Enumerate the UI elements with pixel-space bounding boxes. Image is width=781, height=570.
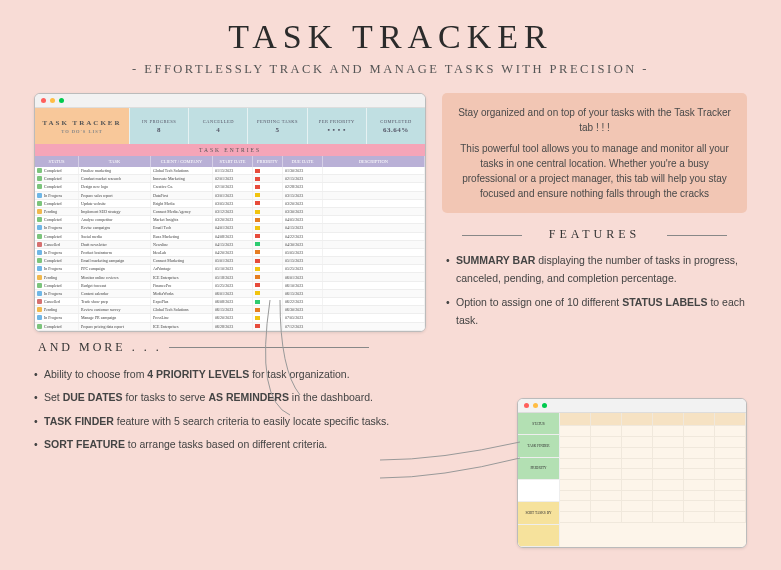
features-list: SUMMARY BAR displaying the number of tas… xyxy=(442,252,747,335)
more-item: TASK FINDER feature with 5 search criter… xyxy=(34,412,426,430)
table-row: CancelledTrade show prepExpoPlus06/08/20… xyxy=(35,298,425,306)
sheet-title-tile: TASK TRACKER TO DO'S LIST xyxy=(35,108,129,144)
table-row: In ProgressPrepare sales reportDataFirst… xyxy=(35,192,425,200)
table-row: In ProgressPPC campaignAdVantage05/10/20… xyxy=(35,265,425,273)
table-row: CompletedAnalyze competitorMarket Insigh… xyxy=(35,216,425,224)
table-row: CompletedConduct market researchInnovate… xyxy=(35,175,425,183)
stat-box: IN PROGRESS8 xyxy=(129,108,188,144)
maximize-icon xyxy=(542,403,547,408)
mini-spreadsheet-window: STATUSTASK FINDERPRIORITYSORT TASKS BY xyxy=(517,398,747,548)
window-titlebar xyxy=(35,94,425,108)
page-subtitle: - EFFORTLESSLY TRACK AND MANAGE TASKS WI… xyxy=(34,62,747,77)
close-icon xyxy=(524,403,529,408)
column-header: PRIORITY xyxy=(253,156,283,167)
column-header: START DATE xyxy=(213,156,253,167)
mini-side-cell xyxy=(518,480,559,502)
feature-item: Option to assign one of 10 different STA… xyxy=(446,294,747,330)
column-header: DESCRIPTION xyxy=(323,156,425,167)
table-row: CompletedBudget forecastFinancePro05/25/… xyxy=(35,282,425,290)
more-features-list: Ability to choose from 4 PRIORITY LEVELS… xyxy=(34,365,426,454)
table-row: CompletedFinalize marketingGlobal Tech S… xyxy=(35,167,425,175)
column-header: DUE DATE xyxy=(283,156,323,167)
minimize-icon xyxy=(533,403,538,408)
table-row: CompletedSocial mediaBuzz Marketing04/08… xyxy=(35,233,425,241)
table-row: PendingImplement SEO strategyConnect Med… xyxy=(35,208,425,216)
spreadsheet-window: TASK TRACKER TO DO'S LIST IN PROGRESS8CA… xyxy=(34,93,426,332)
mini-side-cell: STATUS xyxy=(518,413,559,435)
more-item: Ability to choose from 4 PRIORITY LEVELS… xyxy=(34,365,426,383)
table-row: CompletedEmail marketing campaignConnect… xyxy=(35,257,425,265)
column-header: STATUS xyxy=(35,156,79,167)
feature-item: SUMMARY BAR displaying the number of tas… xyxy=(446,252,747,288)
column-header: TASK xyxy=(79,156,151,167)
mini-side-cell xyxy=(518,525,559,547)
table-row: PendingMonitor online reviewsICE Enterpr… xyxy=(35,273,425,281)
intro-lead: Stay organized and on top of your tasks … xyxy=(458,105,731,135)
table-row: CompletedUpdate websiteBright Media03/05… xyxy=(35,200,425,208)
table-row: PendingReview customer surveyGlobal Tech… xyxy=(35,306,425,314)
table-row: CompletedPrepare pricing data reportICE … xyxy=(35,323,425,331)
maximize-icon xyxy=(59,98,64,103)
mini-side-cell: SORT TASKS BY xyxy=(518,502,559,524)
intro-body: This powerful tool allows you to manage … xyxy=(458,141,731,201)
and-more-heading: AND MORE . . . xyxy=(34,340,426,355)
table-row: In ProgressContent calendarMediaWorks06/… xyxy=(35,290,425,298)
page-title: TASK TRACKER xyxy=(34,18,747,56)
task-entries-heading: TASK ENTRIES xyxy=(35,144,425,156)
close-icon xyxy=(41,98,46,103)
table-row: CancelledDraft newsletterNewsline04/15/2… xyxy=(35,241,425,249)
more-item: Set DUE DATES for tasks to serve AS REMI… xyxy=(34,388,426,406)
intro-box: Stay organized and on top of your tasks … xyxy=(442,93,747,213)
features-heading: FEATURES xyxy=(442,227,747,242)
table-row: In ProgressProduct brainstormIdeaLab04/2… xyxy=(35,249,425,257)
mini-side-cell: TASK FINDER xyxy=(518,435,559,457)
stat-box: COMPLETED63.64% xyxy=(366,108,425,144)
table-row: In ProgressManage PR campaignPressLine06… xyxy=(35,314,425,322)
stat-box: CANCELLED4 xyxy=(188,108,247,144)
stat-box: PER PRIORITY• • • • xyxy=(307,108,366,144)
column-header: CLIENT / COMPANY xyxy=(151,156,213,167)
table-row: CompletedDesign new logoCreative Co.02/1… xyxy=(35,183,425,191)
stat-box: PENDING TASKS5 xyxy=(247,108,306,144)
mini-side-cell: PRIORITY xyxy=(518,458,559,480)
minimize-icon xyxy=(50,98,55,103)
more-item: SORT FEATURE to arrange tasks based on d… xyxy=(34,435,426,453)
table-row: In ProgressRevise campaignsEmail Tech04/… xyxy=(35,224,425,232)
